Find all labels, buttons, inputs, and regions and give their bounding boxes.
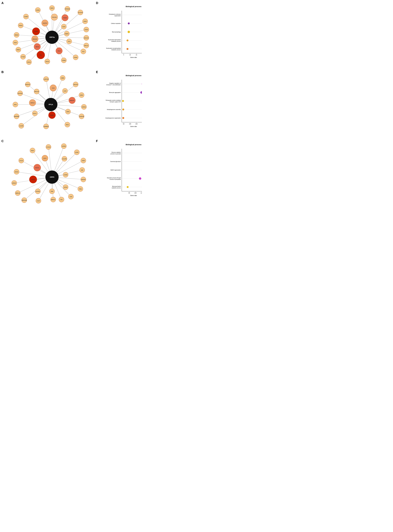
svg-point-115 <box>128 22 130 24</box>
panel-a-label: A <box>1 1 4 5</box>
svg-text:Glucose catabolicprocess to py: Glucose catabolicprocess to pyruvate <box>111 152 121 154</box>
dotplot-e: Biological process50100150200Gene ratioN… <box>96 73 142 129</box>
svg-text:OXSR1: OXSR1 <box>36 10 40 11</box>
svg-text:SERPINB5: SERPINB5 <box>14 116 19 117</box>
svg-text:SGSH: SGSH <box>62 26 65 27</box>
svg-text:UQCR10: UQCR10 <box>43 23 47 24</box>
svg-text:ERBB2: ERBB2 <box>50 115 54 116</box>
svg-text:HPF1: HPF1 <box>14 104 17 105</box>
svg-text:TPM1: TPM1 <box>79 188 82 190</box>
svg-text:Gene ratio: Gene ratio <box>130 126 137 127</box>
svg-text:Glycolytic process throughfruc: Glycolytic process throughfructose-6-pho… <box>107 177 121 180</box>
dotplot-d: Biological process5101520Gene ratioEndop… <box>96 4 142 60</box>
svg-text:FAHD1: FAHD1 <box>74 57 77 58</box>
svg-text:Macroautophagy: Macroautophagy <box>112 31 121 33</box>
svg-text:MRPL35: MRPL35 <box>16 192 20 194</box>
svg-text:ABCC3: ABCC3 <box>35 46 39 47</box>
svg-text:GAPDH: GAPDH <box>62 146 66 147</box>
svg-text:100: 100 <box>129 123 131 125</box>
svg-text:ORF3a: ORF3a <box>49 36 55 38</box>
panel-d-label: D <box>96 1 98 5</box>
svg-text:Cellular respiration: Cellular respiration <box>111 23 121 24</box>
svg-text:CPNE8: CPNE8 <box>34 31 38 32</box>
svg-text:C11orf52: C11orf52 <box>62 158 67 159</box>
panel-c-label: C <box>1 139 4 143</box>
svg-text:DHCR7: DHCR7 <box>31 179 35 180</box>
svg-point-118 <box>127 48 128 50</box>
dotplot-f: Biological process80100120Gene ratioGluc… <box>96 142 142 198</box>
network-a: OXSR1TRMT1PPP4R3BSLC12A9HJURPTBC1D23APOO… <box>1 4 93 67</box>
svg-text:Negative regulation ofimmature: Negative regulation ofimmature T cell pr… <box>106 83 121 85</box>
svg-text:DLD: DLD <box>82 51 84 52</box>
svg-text:NME6: NME6 <box>61 77 64 79</box>
svg-text:DNAJC9: DNAJC9 <box>74 84 78 85</box>
svg-text:PKM: PKM <box>51 191 53 192</box>
svg-text:5: 5 <box>123 54 124 56</box>
svg-text:FAM213B: FAM213B <box>79 116 84 117</box>
svg-text:PREPL: PREPL <box>17 49 20 50</box>
svg-text:ENO1: ENO1 <box>31 150 34 151</box>
svg-text:ANP32A: ANP32A <box>82 106 86 108</box>
panel-e-label: E <box>96 70 98 74</box>
svg-text:DHX16: DHX16 <box>27 62 31 63</box>
svg-text:VDAC2: VDAC2 <box>45 61 49 62</box>
panel-c: C ACAD11GAPDHENO1DCXRCALD1UACAC11orf52IT… <box>0 138 94 209</box>
svg-text:DTYMK: DTYMK <box>21 56 25 57</box>
svg-text:TRMT1: TRMT1 <box>50 8 54 9</box>
svg-text:MRFAP1: MRFAP1 <box>70 100 74 101</box>
svg-text:ACBD5: ACBD5 <box>62 60 66 61</box>
svg-text:50: 50 <box>123 123 124 125</box>
svg-text:DCXR: DCXR <box>75 152 78 153</box>
svg-point-319 <box>139 177 141 180</box>
svg-text:PRKAB2: PRKAB2 <box>33 39 37 40</box>
svg-text:Retrograde vesicle-mediatedtra: Retrograde vesicle-mediatedtransport, go… <box>106 100 121 103</box>
svg-text:UACA: UACA <box>43 158 46 159</box>
svg-text:GPA33: GPA33 <box>15 171 18 172</box>
svg-text:CAP2: CAP2 <box>64 90 66 92</box>
svg-text:Endoplasmic reticulumorganizat: Endoplasmic reticulumorganization <box>109 14 121 16</box>
svg-text:PRKACB: PRKACB <box>34 91 39 92</box>
panel-d: D Biological process5101520Gene ratioEnd… <box>94 0 142 69</box>
network-b: LAMTOR3NME6NDUFAF1DNAJC9GOLPH3LPRKACBCD4… <box>1 73 93 136</box>
svg-text:GOLGA3: GOLGA3 <box>84 37 88 39</box>
svg-text:PPP4R3B: PPP4R3B <box>65 8 70 10</box>
svg-text:GPR107: GPR107 <box>12 182 16 184</box>
svg-point-117 <box>127 39 128 41</box>
svg-text:APOO: APOO <box>84 21 87 22</box>
svg-text:GOLPH3L: GOLPH3L <box>18 93 23 94</box>
svg-text:CAST: CAST <box>37 200 40 202</box>
svg-text:PKLR: PKLR <box>58 50 61 52</box>
svg-text:SLC12A9: SLC12A9 <box>78 12 83 13</box>
svg-text:Autophagosome organization: Autophagosome organization <box>105 117 121 119</box>
svg-text:NFU1: NFU1 <box>66 124 69 125</box>
svg-text:Autophagosome assembly: Autophagosome assembly <box>107 109 121 110</box>
svg-text:NADH regeneration: NADH regeneration <box>111 169 121 171</box>
svg-text:Gene ratio: Gene ratio <box>130 195 137 196</box>
panel-a: A OXSR1TRMT1PPP4R3BSLC12A9HJURPTBC1D23AP… <box>0 0 94 69</box>
svg-text:MRPS11: MRPS11 <box>51 199 55 200</box>
svg-text:Nucleoside triphosphatemetabol: Nucleoside triphosphatemetabolic process <box>108 39 121 42</box>
svg-text:80: 80 <box>128 192 130 194</box>
svg-point-210 <box>142 83 142 85</box>
svg-text:Biological process: Biological process <box>126 74 141 76</box>
svg-text:Biological process: Biological process <box>126 143 141 146</box>
svg-text:LAMTOR3: LAMTOR3 <box>44 79 49 80</box>
svg-text:JAGN1: JAGN1 <box>84 29 88 30</box>
svg-text:HSPA14: HSPA14 <box>30 102 34 103</box>
svg-point-214 <box>122 117 124 119</box>
svg-text:CAPN5: CAPN5 <box>64 174 68 175</box>
svg-text:Gene ratio: Gene ratio <box>130 57 137 58</box>
svg-text:ORF6: ORF6 <box>50 176 54 178</box>
svg-point-213 <box>122 108 124 110</box>
svg-text:ACAD11: ACAD11 <box>46 147 51 148</box>
svg-text:PP1A: PP1A <box>49 103 53 105</box>
svg-text:MED24: MED24 <box>15 34 18 36</box>
svg-text:NDUFAF1: NDUFAF1 <box>25 84 30 85</box>
svg-text:WIPI2: WIPI2 <box>80 95 83 96</box>
svg-text:C1orf35: C1orf35 <box>19 125 23 127</box>
svg-text:DHPS: DHPS <box>66 111 69 112</box>
svg-text:HJURP: HJURP <box>24 16 28 17</box>
svg-point-116 <box>128 31 130 33</box>
svg-text:PPL: PPL <box>40 54 42 56</box>
svg-text:TSC1: TSC1 <box>68 41 70 42</box>
